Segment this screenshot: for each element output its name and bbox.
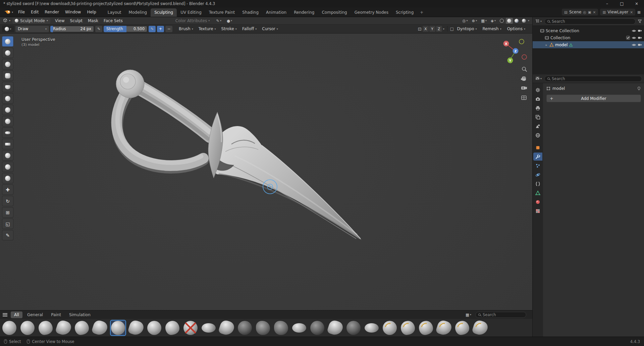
viewport-menu-view[interactable]: View (52, 18, 67, 24)
unlink-scene-icon[interactable]: × (593, 10, 596, 14)
brush-relax-pinch[interactable] (400, 320, 416, 336)
properties-tab-world[interactable] (533, 131, 542, 139)
tool-crease[interactable] (2, 116, 13, 126)
outliner-row-scene-collection[interactable]: Scene Collection (533, 27, 644, 34)
brush-multiplane-scrape[interactable] (309, 320, 325, 336)
tool-clay-strips[interactable] (2, 70, 13, 81)
display-settings-dropdown[interactable]: ▦▾ (464, 312, 473, 317)
palette-dropdown[interactable]: ●▾ (225, 18, 233, 23)
color-attributes-dropdown[interactable]: Color Attributes ▾ (173, 17, 212, 24)
options-dropdown[interactable]: Options▾ (505, 26, 528, 32)
brush-crease-polish[interactable] (74, 320, 90, 336)
brush-erase-multires-displacement[interactable] (182, 320, 199, 336)
shelf-tab-paint[interactable]: Paint (48, 311, 64, 318)
xray-toggle[interactable]: ◈▾ (489, 18, 497, 23)
mode-dropdown[interactable]: Sculpt Mode ▾ (12, 18, 50, 24)
tool-layer[interactable] (2, 82, 13, 92)
shelf-search[interactable]: Search (475, 312, 526, 318)
add-modifier-button[interactable]: + Add Modifier (546, 95, 641, 102)
check-icon[interactable] (626, 36, 630, 40)
brush-grab[interactable] (237, 320, 253, 336)
panel-texture[interactable]: Texture▾ (196, 26, 218, 32)
tool-flatten[interactable] (2, 139, 13, 149)
brush-clay[interactable] (19, 320, 36, 336)
workspace-tab-texture-paint[interactable]: Texture Paint (205, 8, 238, 17)
viewport-menu-face-sets[interactable]: Face Sets (101, 18, 125, 24)
dyntopo-dropdown[interactable]: Dyntopo▾ (455, 26, 479, 32)
brush-draw-sharp[interactable] (128, 320, 144, 336)
gizmos-dropdown[interactable]: ⊕▾ (471, 18, 479, 23)
menu-window[interactable]: Window (62, 9, 84, 15)
brush-plane[interactable] (364, 320, 380, 336)
brush-preview-button[interactable]: ▾ (2, 25, 14, 32)
tool-inflate[interactable] (2, 93, 13, 104)
symmetry-dropdown-icon[interactable]: ▾ (443, 27, 444, 31)
workspace-tab-animation[interactable]: Animation (262, 8, 290, 17)
tool-scrape[interactable] (2, 162, 13, 172)
camera-icon[interactable] (638, 36, 642, 40)
maximize-button[interactable]: □ (614, 0, 629, 7)
properties-tab-view-layer[interactable] (533, 113, 542, 121)
increase-button[interactable]: + (157, 26, 164, 32)
scene-browse-icon[interactable]: ▤ (564, 10, 568, 14)
brush-fill-deepen[interactable] (201, 320, 217, 336)
decrease-button[interactable]: − (165, 26, 172, 32)
camera-icon[interactable] (638, 28, 642, 33)
shelf-tab-general[interactable]: General (24, 311, 46, 318)
outliner-editor-button[interactable]: ▾ (535, 18, 542, 25)
properties-tab-tool[interactable] (533, 86, 542, 94)
brush-relax-slide[interactable] (418, 320, 434, 336)
radius-pressure-toggle[interactable]: ✎ (95, 26, 102, 32)
workspace-tab-layout[interactable]: Layout (104, 8, 125, 17)
remesh-dropdown[interactable]: Remesh▾ (480, 26, 504, 32)
properties-tab-render[interactable] (533, 95, 542, 103)
strength-slider[interactable]: Strength 0.500 (104, 26, 147, 32)
brush-smear[interactable] (454, 320, 470, 336)
tool-smooth[interactable] (2, 127, 13, 138)
outliner-row-model[interactable]: ▸model (533, 41, 644, 48)
tool-pinch[interactable] (2, 173, 13, 183)
new-scene-icon[interactable]: ▣ (588, 10, 591, 14)
tool-blob[interactable] (2, 105, 13, 115)
menu-help[interactable]: Help (84, 9, 99, 15)
properties-tab-particles[interactable] (533, 162, 542, 170)
brush-elastic-snake-hook[interactable] (164, 320, 180, 336)
pin-scene-icon[interactable]: ◎ (583, 10, 586, 14)
properties-tab-texture[interactable] (533, 207, 542, 215)
menu-edit[interactable]: Edit (28, 9, 42, 15)
brush-pose[interactable] (382, 320, 398, 336)
brush-crease-sharp[interactable] (92, 320, 108, 336)
outliner-row-collection[interactable]: Collection (533, 34, 644, 41)
menu-render[interactable]: Render (42, 9, 62, 15)
symmetry-x-toggle[interactable]: X (423, 26, 429, 32)
viewlayer-stack-icon[interactable]: ▩ (637, 10, 641, 14)
workspace-tab-geometry-nodes[interactable]: Geometry Nodes (351, 8, 392, 17)
tool-draw-sharp[interactable] (2, 48, 13, 58)
brush-inflate-deflate[interactable] (255, 320, 271, 336)
properties-tab-physics[interactable] (533, 171, 542, 179)
brush-flatten-contrast[interactable] (219, 320, 235, 336)
brush-pinch-magnify[interactable] (345, 320, 362, 336)
properties-tab-material[interactable] (533, 198, 542, 206)
workspace-tab-sculpting[interactable]: Sculpting (151, 8, 177, 17)
menu-file[interactable]: File (15, 9, 28, 15)
strength-pressure-toggle[interactable]: ✎ (149, 26, 156, 32)
brush-scrape-fill[interactable] (436, 320, 452, 336)
viewlayer-selector[interactable]: ▥ ViewLayer × (600, 9, 635, 15)
workspace-tab-modeling[interactable]: Modeling (125, 8, 151, 17)
workspace-tab-compositing[interactable]: Compositing (318, 8, 351, 17)
zoom-button[interactable] (522, 67, 527, 71)
symmetry-icon[interactable]: ⊡ (418, 26, 422, 32)
eye-icon[interactable] (632, 36, 636, 40)
pan-button[interactable] (521, 76, 526, 81)
add-workspace-button[interactable]: + (417, 8, 426, 17)
radius-slider[interactable]: Radius 24 px (50, 26, 94, 32)
panel-falloff[interactable]: Falloff▾ (240, 26, 259, 32)
shading-dropdown-icon[interactable]: ▾ (528, 19, 529, 22)
symmetry-z-toggle[interactable]: Z (436, 26, 442, 32)
shading-solid-button[interactable] (506, 18, 513, 24)
shading-material-button[interactable] (513, 18, 520, 24)
workspace-tab-shading[interactable]: Shading (238, 8, 262, 17)
tool-clay[interactable] (2, 59, 13, 69)
properties-tab-data[interactable] (533, 189, 542, 197)
